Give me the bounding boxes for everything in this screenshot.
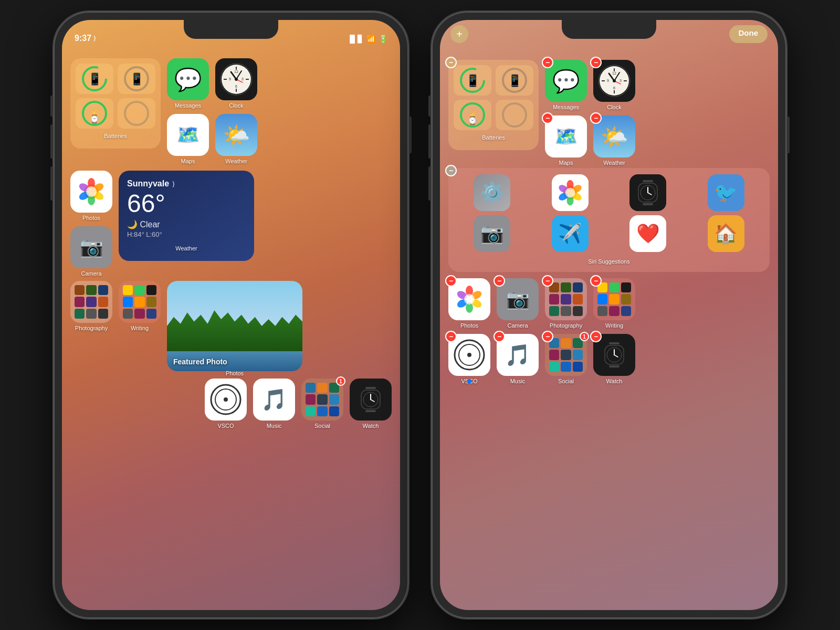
right-phone-screen: + Done 📱 <box>440 20 778 610</box>
right-social-badge: 1 <box>580 332 589 341</box>
delete-writing-button[interactable]: − <box>590 275 602 287</box>
right-weather-app[interactable]: − 🌤️ Weather <box>593 116 635 166</box>
right-messages-label: Messages <box>553 104 579 110</box>
home-icon: 🏠 <box>708 215 744 252</box>
notch <box>184 20 278 39</box>
right-music-app[interactable]: − 🎵 Music <box>497 334 539 384</box>
right-batteries-widget[interactable]: 📱 📱 ⚡ <box>448 60 539 150</box>
right-notch <box>562 20 656 39</box>
svg-point-70 <box>565 188 575 198</box>
featured-photo-widget[interactable]: Featured Photo Photos <box>167 281 302 371</box>
right-clock-app[interactable]: − <box>593 60 635 110</box>
delete-photos-button[interactable]: − <box>445 275 457 287</box>
right-photos-label: Photos <box>460 322 478 329</box>
siri-photos-app[interactable] <box>534 174 607 211</box>
photos-icon <box>70 171 112 213</box>
vsco-app[interactable]: VSCO <box>205 379 247 429</box>
siri-camera-app[interactable]: 📷 <box>456 215 529 252</box>
right-camera-label: Camera <box>507 322 528 329</box>
svg-point-86 <box>467 353 471 357</box>
right-phone: + Done 📱 <box>430 10 788 620</box>
watch-label: Watch <box>363 423 379 429</box>
right-photos-app[interactable]: − Photos <box>448 278 490 329</box>
location-icon: ⟩ <box>93 35 96 42</box>
maps-label: Maps <box>181 158 195 164</box>
music-app[interactable]: 🎵 Music <box>253 379 295 429</box>
delete-maps-button[interactable]: − <box>542 112 553 124</box>
home-app[interactable]: 🏠 <box>690 215 763 252</box>
camera-app[interactable]: 📷 Camera <box>70 226 112 277</box>
watch-app[interactable]: Watch <box>350 379 392 429</box>
svg-text:⌚: ⌚ <box>89 114 100 124</box>
right-batteries-label: Batteries <box>482 134 505 141</box>
right-camera-app[interactable]: − 📷 Camera <box>497 278 539 329</box>
delete-batteries-button[interactable]: − <box>445 57 457 68</box>
delete-watch-button[interactable]: − <box>590 331 602 342</box>
siri-suggestions-folder[interactable]: ⚙️ <box>448 168 770 272</box>
right-photography-folder[interactable]: − Photography <box>545 278 587 329</box>
svg-text:12: 12 <box>612 71 616 75</box>
svg-point-7 <box>125 102 148 125</box>
weather-app-label: Weather <box>225 158 247 164</box>
svg-rect-88 <box>609 365 620 368</box>
right-clock-label: Clock <box>607 104 622 110</box>
delete-camera-button[interactable]: − <box>494 275 505 287</box>
health-icon: ❤️ <box>629 215 666 252</box>
delete-weather-button[interactable]: − <box>590 112 602 124</box>
delete-social-button[interactable]: − <box>542 331 553 342</box>
weather-widget[interactable]: Sunnyvale ⟩ 66° 🌙 Clear H:84° L:60° Weat… <box>119 171 254 261</box>
batteries-widget[interactable]: 📱 📱 ⚡ ⌚ <box>70 58 161 149</box>
messages-label: Messages <box>175 102 201 109</box>
right-watch-app[interactable]: − Watch <box>593 334 635 384</box>
svg-rect-72 <box>643 203 653 205</box>
svg-text:3: 3 <box>620 79 622 82</box>
writing-label: Writing <box>131 325 149 331</box>
delete-music-button[interactable]: − <box>494 331 505 342</box>
weather-hi-lo: H:84° L:60° <box>127 230 246 238</box>
right-maps-label: Maps <box>559 160 573 166</box>
siri-camera-icon: 📷 <box>474 215 510 252</box>
maps-app[interactable]: 🗺️ Maps <box>167 114 209 164</box>
messages-icon: 💬 <box>167 58 209 100</box>
svg-text:📱: 📱 <box>508 74 522 88</box>
vsco-new-dot <box>467 379 471 383</box>
add-widget-button[interactable]: + <box>450 25 468 43</box>
right-watch-label: Watch <box>606 378 623 384</box>
right-writing-folder[interactable]: − Writing <box>593 278 635 329</box>
writing-folder[interactable]: Writing <box>119 281 161 331</box>
settings-app[interactable]: ⚙️ <box>456 174 529 211</box>
delete-vsco-button[interactable]: − <box>445 331 457 342</box>
right-messages-app[interactable]: − 💬 Messages <box>545 60 587 110</box>
siri-label: Siri Suggestions <box>588 258 630 265</box>
delete-clock-button[interactable]: − <box>590 57 602 68</box>
photos-app[interactable]: Photos <box>70 171 112 221</box>
right-social-folder[interactable]: − 1 Social <box>545 334 587 384</box>
right-vsco-app[interactable]: − VSCO <box>448 334 490 384</box>
camera-label: Camera <box>81 270 101 277</box>
clock-app[interactable]: 12 3 6 9 Clock <box>215 58 257 109</box>
right-maps-app[interactable]: − 🗺️ Maps <box>545 116 587 166</box>
weather-app-icon: 🌤️ <box>215 114 257 156</box>
delete-photography-button[interactable]: − <box>542 275 553 287</box>
weather-app[interactable]: 🌤️ Weather <box>215 114 257 164</box>
telegram-icon: ✈️ <box>552 215 589 252</box>
delete-messages-button[interactable]: − <box>542 57 553 68</box>
writing-folder-icon <box>119 281 161 323</box>
battery-icon: 🔋 <box>379 35 387 43</box>
status-time: 9:37 ⟩ <box>75 34 96 43</box>
photography-folder[interactable]: Photography <box>70 281 112 331</box>
svg-point-58 <box>613 79 616 82</box>
svg-text:📱: 📱 <box>130 72 144 86</box>
photography-folder-icon <box>70 281 112 323</box>
watch-face-app[interactable] <box>612 174 685 211</box>
messages-app[interactable]: 💬 Messages <box>167 58 209 109</box>
svg-point-34 <box>224 397 228 402</box>
health-app[interactable]: ❤️ <box>612 215 685 252</box>
telegram-app[interactable]: ✈️ <box>534 215 607 252</box>
done-button[interactable]: Done <box>729 25 768 43</box>
status-icons: ▐▌▊ 📶 🔋 <box>347 35 387 43</box>
svg-rect-35 <box>365 387 376 389</box>
social-folder[interactable]: 1 Social <box>301 379 343 429</box>
twitterrific-app[interactable]: 🐦 <box>690 174 763 211</box>
delete-siri-button[interactable]: − <box>445 165 457 176</box>
